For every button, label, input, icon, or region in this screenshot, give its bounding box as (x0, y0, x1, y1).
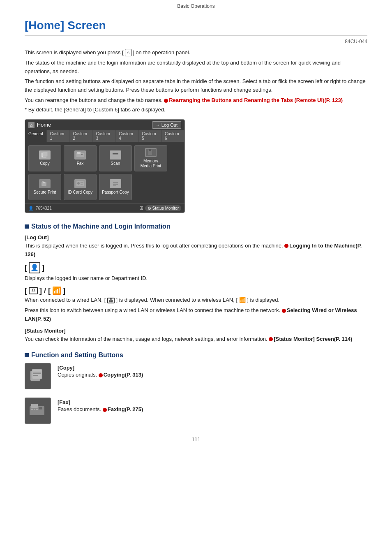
device-logout-btn[interactable]: → Log Out (152, 121, 181, 129)
device-header: ⌂ Home → Log Out (25, 120, 184, 130)
device-title: Home (37, 122, 51, 128)
intro-line1: This screen is displayed when you press … (25, 49, 367, 57)
intro-line2: The status of the machine and the login … (25, 59, 367, 76)
idcard-btn-label: ID Card Copy (68, 190, 93, 195)
svg-rect-29 (31, 409, 33, 410)
top-label: Basic Operations (177, 3, 214, 9)
status-section-square (25, 224, 29, 229)
function-item-fax: [Fax] Faxes documents. Faxing(P. 275) (25, 398, 367, 424)
person-icon-display: [ 👤 ] (25, 262, 367, 273)
logout-arrow-icon: → (156, 123, 160, 127)
secure-btn-icon (39, 179, 51, 188)
device-btn-memory[interactable]: MemoryMedia Print (134, 145, 167, 171)
wifi-icon-inline: 📶 (239, 297, 246, 303)
person-desc: Displays the logged in user name or Depa… (25, 274, 367, 283)
copy-func-name: [Copy] (58, 365, 143, 371)
copy-btn-label: Copy (40, 161, 49, 166)
circle-icon-network (282, 309, 286, 313)
home-icon-inline: ⌂ (125, 49, 131, 56)
idcard-btn-icon (74, 179, 86, 188)
svg-rect-30 (34, 409, 35, 410)
device-footer: 👤 7654321 ⊞ ⚙ Status Monitor (25, 204, 184, 213)
svg-point-14 (77, 182, 80, 185)
device-status-monitor-btn[interactable]: ⚙ Status Monitor (145, 205, 181, 211)
network-desc1: When connected to a wired LAN, [ 品 ] is … (25, 296, 367, 305)
svg-rect-9 (149, 149, 151, 151)
wifi-icon: 📶 (52, 286, 61, 295)
fax-btn-label: Fax (77, 161, 84, 166)
passport-btn-icon (110, 179, 121, 188)
svg-rect-6 (113, 153, 118, 154)
device-screen: ⌂ Home → Log Out General Custom 1 Custom… (25, 119, 185, 213)
note-text: * By default, the [General] to [Custom 6… (25, 106, 367, 113)
copy-btn-icon (39, 150, 51, 160)
page-number: 111 (25, 436, 367, 442)
svg-rect-4 (81, 154, 83, 155)
svg-rect-1 (43, 152, 48, 157)
svg-rect-19 (113, 184, 118, 185)
status-section-label: Status of the Machine and Login Informat… (31, 223, 171, 230)
memory-btn-icon (145, 148, 157, 157)
svg-rect-31 (36, 409, 38, 410)
device-btn-passport[interactable]: Passport Copy (99, 174, 132, 200)
svg-rect-24 (33, 373, 41, 374)
circle-icon-status (269, 337, 273, 341)
svg-rect-16 (81, 184, 83, 185)
functions-section-label: Function and Setting Buttons (31, 352, 123, 359)
fax-func-text: Faxes documents. Faxing(P. 275) (58, 405, 143, 414)
device-btn-fax[interactable]: Fax (64, 145, 97, 171)
status-monitor-subsection: [Status Monitor] (25, 328, 367, 334)
tab-custom1[interactable]: Custom 1 (47, 130, 70, 142)
device-buttons-row1: Copy Fax Scan (28, 145, 181, 171)
svg-rect-18 (113, 182, 118, 183)
fax-btn-icon (74, 150, 86, 160)
tab-custom5[interactable]: Custom 5 (138, 130, 161, 142)
tab-custom3[interactable]: Custom 3 (92, 130, 115, 142)
fax-func-name: [Fax] (58, 399, 143, 405)
intro-text: This screen is displayed when you press … (25, 49, 367, 105)
svg-rect-23 (33, 372, 41, 372)
intro-line3: The function and setting buttons are dis… (25, 77, 367, 95)
device-user-id: 7654321 (36, 206, 52, 210)
function-item-copy: [Copy] Copies originals. Copying(P. 313) (25, 363, 367, 389)
copy-func-text: Copies originals. Copying(P. 313) (58, 371, 143, 379)
svg-rect-25 (33, 375, 38, 376)
tab-custom6[interactable]: Custom 6 (161, 130, 184, 142)
tab-custom2[interactable]: Custom 2 (69, 130, 92, 142)
svg-rect-3 (77, 152, 81, 154)
tab-general[interactable]: General (25, 130, 47, 142)
status-monitor-desc: You can check the information of the mac… (25, 335, 367, 344)
device-footer-right: ⊞ ⚙ Status Monitor (139, 205, 181, 211)
status-gear-icon: ⚙ (148, 206, 151, 210)
svg-rect-12 (43, 182, 45, 183)
top-bar: Basic Operations (0, 0, 392, 11)
scan-btn-label: Scan (111, 161, 120, 166)
network-footer-icon: ⊞ (139, 205, 143, 211)
functions-section-title: Function and Setting Buttons (25, 352, 367, 359)
memory-btn-label: MemoryMedia Print (141, 159, 161, 169)
device-tabs-row: General Custom 1 Custom 2 Custom 3 Custo… (25, 130, 184, 142)
device-btn-copy[interactable]: Copy (28, 145, 61, 171)
svg-rect-20 (113, 185, 116, 186)
device-btn-idcard[interactable]: ID Card Copy (64, 174, 97, 200)
scan-btn-icon (110, 150, 121, 160)
device-buttons-row2: Secure Print ID Card Copy Passport Copy (28, 174, 181, 200)
wired-icon-inline: 品 (107, 298, 115, 303)
passport-btn-label: Passport Copy (102, 190, 129, 195)
user-icon: 👤 (28, 206, 33, 210)
status-section-title: Status of the Machine and Login Informat… (25, 223, 367, 230)
device-footer-user: 👤 7654321 (28, 206, 52, 210)
intro-line4: You can rearrange the buttons and change… (25, 96, 367, 105)
main-content: [Home] Screen 84CU-044 This screen is di… (0, 11, 392, 459)
network-icon-display: [ 品 ] / [ 📶 ] (25, 286, 367, 295)
device-btn-secure[interactable]: Secure Print (28, 174, 61, 200)
device-btn-scan[interactable]: Scan (99, 145, 132, 171)
secure-btn-label: Secure Print (33, 190, 56, 195)
copy-func-icon-box (25, 363, 51, 389)
circle-icon-logout (284, 244, 288, 248)
page-id: 84CU-044 (25, 39, 367, 44)
fax-func-icon-box (25, 398, 51, 424)
tab-custom4[interactable]: Custom 4 (115, 130, 138, 142)
svg-rect-28 (39, 407, 42, 409)
circle-icon-copy (99, 373, 103, 377)
